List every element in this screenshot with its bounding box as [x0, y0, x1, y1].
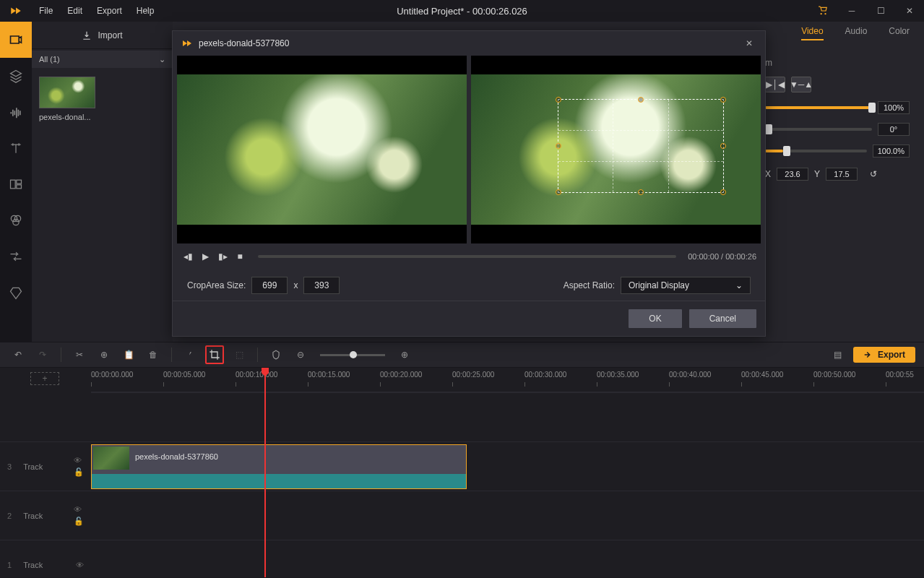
tab-video[interactable]: Video [801, 26, 823, 40]
y-label: Y [814, 169, 820, 179]
app-logo [0, 0, 32, 22]
modal-logo-icon [181, 38, 193, 49]
media-filter-dropdown[interactable]: All (1) ⌄ [32, 51, 173, 68]
lock-icon[interactable]: 🔓 [74, 467, 84, 477]
track-header: 3 Track 👁🔓 [0, 441, 91, 491]
playhead[interactable] [264, 368, 266, 577]
eye-icon[interactable]: 👁 [74, 456, 84, 465]
main-menu: File Edit Export Help [32, 0, 161, 22]
preview-crop[interactable] [471, 56, 761, 243]
nav-audio-icon[interactable] [0, 94, 32, 130]
ok-button[interactable]: OK [629, 309, 681, 328]
crop-frame[interactable] [558, 99, 724, 193]
marker-icon[interactable] [267, 345, 285, 364]
import-button[interactable]: Import [32, 22, 173, 49]
track-row[interactable] [91, 491, 924, 540]
crop-width-input[interactable] [251, 277, 288, 294]
zoom-out-icon[interactable]: ⊖ [291, 345, 310, 364]
cart-icon[interactable] [808, 0, 837, 22]
cancel-button[interactable]: Cancel [689, 309, 756, 328]
crop-height-input[interactable] [303, 277, 340, 294]
left-nav [0, 22, 32, 342]
svg-rect-1 [17, 180, 22, 184]
aspect-select[interactable]: Original Display ⌄ [621, 277, 751, 294]
tab-audio[interactable]: Audio [845, 26, 868, 40]
x-value[interactable]: 23.6 [777, 168, 808, 181]
redo-icon[interactable]: ↷ [33, 345, 52, 364]
menu-export[interactable]: Export [90, 0, 129, 22]
video-clip[interactable]: pexels-donald-5377860 [91, 444, 467, 489]
crop-icon[interactable] [205, 345, 224, 364]
timeline-toolbar: ↶ ↷ ✂ ⊕ 📋 🗑 ⎖ ⬚ ⊖ ⊕ ▤ Export [0, 342, 924, 368]
next-frame-icon[interactable]: ▮▸ [216, 250, 229, 263]
modal-progress[interactable] [258, 255, 676, 258]
svg-point-4 [14, 215, 20, 221]
undo-icon[interactable]: ↶ [9, 345, 27, 364]
modal-close-icon[interactable]: ✕ [742, 38, 756, 48]
stop-icon[interactable]: ■ [233, 250, 246, 263]
export-button[interactable]: Export [853, 347, 915, 363]
nav-split-icon[interactable] [0, 166, 32, 202]
opacity-value: 100.0% [873, 144, 910, 158]
svg-point-5 [13, 219, 19, 225]
speed-slider[interactable] [765, 106, 872, 109]
timeline-ruler[interactable]: 00:00:00.00000:00:05.00000:00:10.00000:0… [91, 368, 924, 392]
rotate-slider[interactable] [765, 128, 872, 131]
flip-h-icon[interactable]: ▶│◀ [765, 77, 785, 92]
track-row[interactable]: pexels-donald-5377860 [91, 441, 924, 491]
track-row[interactable] [91, 540, 924, 577]
nav-effects-icon[interactable] [0, 202, 32, 238]
preview-original [177, 56, 467, 243]
speed-value: 100% [878, 101, 910, 114]
delete-icon[interactable]: 🗑 [144, 345, 163, 364]
menu-edit[interactable]: Edit [60, 0, 90, 22]
import-label: Import [98, 30, 122, 40]
nav-transition-icon[interactable] [0, 238, 32, 275]
track-header: 2 Track 👁🔓 [0, 491, 91, 540]
play-icon[interactable]: ▶ [199, 250, 212, 263]
props-label: m [765, 58, 910, 68]
media-panel: Import All (1) ⌄ pexels-donal... [32, 22, 173, 342]
minimize-icon[interactable]: ─ [837, 0, 866, 22]
aspect-label: Aspect Ratio: [564, 280, 615, 290]
copy-icon[interactable]: ⊕ [95, 345, 113, 364]
prev-frame-icon[interactable]: ◂▮ [181, 250, 194, 263]
zoom-in-icon[interactable]: ⊕ [395, 345, 414, 364]
window-title: Untitled Project* - 00:00:26.026 [397, 6, 527, 17]
settings-icon[interactable]: ▤ [829, 345, 847, 364]
add-track-icon[interactable]: + [30, 372, 59, 385]
close-icon[interactable]: ✕ [895, 0, 924, 22]
svg-rect-2 [17, 185, 22, 189]
split-icon[interactable]: ⎖ [181, 345, 199, 364]
tab-color[interactable]: Color [889, 26, 910, 40]
cut-icon[interactable]: ✂ [70, 345, 89, 364]
chevron-down-icon: ⌄ [159, 55, 165, 64]
x-label: X [765, 169, 771, 179]
reset-icon[interactable]: ↺ [863, 166, 884, 182]
flip-v-icon[interactable]: ▼─▲ [791, 77, 811, 92]
nav-text-icon[interactable] [0, 130, 32, 166]
media-thumb[interactable]: pexels-donal... [39, 77, 95, 121]
track-row[interactable] [91, 392, 924, 441]
rotate-value: 0° [878, 123, 910, 136]
group-icon[interactable]: ⬚ [230, 345, 249, 364]
menu-help[interactable]: Help [129, 0, 162, 22]
opacity-slider[interactable] [765, 150, 867, 152]
menu-file[interactable]: File [32, 0, 60, 22]
modal-timecode: 00:00:00 / 00:00:26 [688, 252, 756, 261]
lock-icon[interactable]: 🔓 [74, 517, 84, 526]
svg-rect-0 [11, 180, 16, 189]
y-value[interactable]: 17.5 [826, 168, 858, 181]
eye-icon[interactable]: 👁 [74, 505, 84, 514]
nav-media-icon[interactable] [0, 22, 32, 58]
crop-size-label: CropArea Size: [187, 280, 246, 290]
eye-icon[interactable]: 👁 [76, 561, 84, 569]
modal-title-text: pexels-donald-5377860 [199, 38, 289, 48]
nav-subtitle-icon[interactable] [0, 275, 32, 311]
track-header: 1 Track 👁 [0, 540, 91, 578]
zoom-slider[interactable] [320, 354, 385, 356]
maximize-icon[interactable]: ☐ [866, 0, 895, 22]
paste-icon[interactable]: 📋 [119, 345, 138, 364]
nav-layers-icon[interactable] [0, 58, 32, 94]
thumb-label: pexels-donal... [39, 113, 95, 121]
